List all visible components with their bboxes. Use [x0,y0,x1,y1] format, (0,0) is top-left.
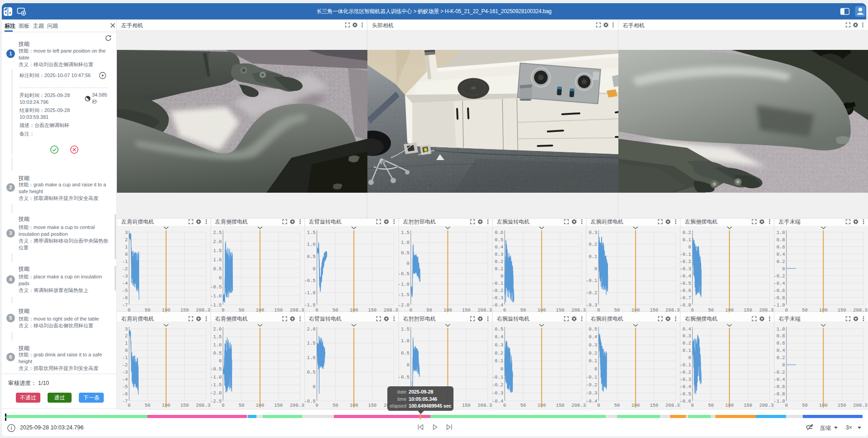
svg-text:0: 0 [503,403,506,408]
svg-text:50: 50 [708,307,714,313]
svg-text:1.5: 1.5 [213,248,222,253]
svg-text:150: 150 [180,403,189,408]
svg-text:1.5: 1.5 [401,230,410,235]
svg-text:右腕前摆电机: 右腕前摆电机 [590,316,623,322]
svg-text:-0.4: -0.4 [586,399,597,404]
svg-text:0.1: 0.1 [495,266,503,272]
svg-text:-0.3: -0.3 [586,390,597,396]
svg-text:-0.4: -0.4 [774,377,785,382]
svg-text:0.4: 0.4 [588,334,597,340]
svg-text:0.4: 0.4 [776,348,785,353]
svg-text:208.3: 208.3 [196,307,210,313]
svg-text:0.3: 0.3 [495,252,503,257]
svg-text:0.2: 0.2 [495,259,503,264]
svg-text:208.3: 208.3 [759,307,774,313]
svg-text:0: 0 [315,403,318,408]
svg-text:1.0: 1.0 [401,240,410,245]
svg-text:-0.5: -0.5 [304,399,315,404]
svg-text:150: 150 [650,307,658,313]
svg-text:-0.3: -0.3 [586,302,597,308]
svg-text:50: 50 [333,403,338,408]
svg-text:右腕侧摆电机: 右腕侧摆电机 [685,316,718,322]
svg-text:0: 0 [597,403,600,408]
svg-text:右手末端: 右手末端 [778,316,800,322]
svg-text:-6: -6 [122,295,128,301]
svg-text:-0.4: -0.4 [680,384,691,389]
svg-text:1.0: 1.0 [776,326,785,332]
svg-text:150: 150 [368,403,376,408]
svg-text:208.3: 208.3 [571,403,586,408]
svg-text:50: 50 [426,307,432,313]
svg-text:-0.1: -0.1 [492,281,503,286]
svg-text:0.3: 0.3 [683,333,691,339]
svg-text:-0.6: -0.6 [774,384,785,389]
svg-text:0.3: 0.3 [495,342,503,348]
svg-text:0.1: 0.1 [683,237,691,243]
svg-text:3: 3 [125,326,128,332]
svg-text:150: 150 [274,307,283,313]
svg-text:0.2: 0.2 [776,355,785,360]
svg-text:0.1: 0.1 [683,348,691,353]
svg-text:0.5: 0.5 [307,254,316,259]
svg-text:50: 50 [614,307,620,313]
svg-text:208.3: 208.3 [477,307,492,313]
svg-text:1.0: 1.0 [213,257,222,263]
svg-text:-0.2: -0.2 [680,259,691,264]
svg-text:0: 0 [128,403,130,408]
svg-text:-0.5: -0.5 [398,375,410,380]
svg-text:50: 50 [520,403,526,408]
svg-text:150: 150 [274,403,283,408]
svg-text:0: 0 [315,307,318,313]
svg-text:-0.7: -0.7 [680,295,691,301]
svg-text:-0.6: -0.6 [680,399,691,404]
svg-text:-0.3: -0.3 [680,266,691,272]
svg-text:0: 0 [691,307,694,313]
svg-text:-0.5: -0.5 [304,278,315,283]
svg-text:0: 0 [125,252,128,257]
svg-text:208.3: 208.3 [759,403,774,408]
svg-text:0.1: 0.1 [588,254,597,259]
svg-text:-2.0: -2.0 [398,302,410,308]
svg-text:-0.6: -0.6 [774,288,785,293]
svg-text:0.4: 0.4 [683,326,691,332]
svg-text:-0.3: -0.3 [492,390,503,396]
svg-text:-6: -6 [122,391,128,397]
svg-text:0.4: 0.4 [495,244,503,250]
svg-text:-0.1: -0.1 [586,375,597,380]
svg-text:-1.5: -1.5 [304,302,315,308]
svg-text:-1.0: -1.0 [398,282,410,287]
svg-text:1.5: 1.5 [401,326,410,332]
svg-text:150: 150 [743,403,752,408]
svg-text:-0.8: -0.8 [774,391,785,397]
svg-text:0: 0 [219,358,222,364]
svg-text:0.2: 0.2 [683,341,691,346]
svg-text:-2.0: -2.0 [210,390,222,396]
svg-text:左肩前摆电机: 左肩前摆电机 [121,219,154,225]
svg-text:0.3: 0.3 [588,342,597,348]
svg-text:208.3: 208.3 [290,403,304,408]
svg-text:-0.1: -0.1 [680,362,691,368]
svg-text:-3: -3 [122,370,128,375]
svg-text:-5: -5 [122,384,128,389]
svg-text:0.4: 0.4 [495,334,503,340]
svg-text:1.0: 1.0 [776,230,785,235]
svg-text:-0.2: -0.2 [492,288,503,293]
svg-text:-0.6: -0.6 [680,288,691,293]
svg-text:左臂旋转电机: 左臂旋转电机 [309,219,342,225]
svg-text:0: 0 [688,355,691,360]
svg-text:-0.5: -0.5 [210,366,222,372]
svg-text:208.3: 208.3 [853,403,868,408]
svg-text:0.2: 0.2 [495,350,503,356]
svg-text:0: 0 [503,307,506,313]
svg-text:-0.2: -0.2 [586,290,597,296]
svg-text:0.6: 0.6 [776,244,785,250]
svg-text:-0.4: -0.4 [680,273,691,279]
svg-text:0.8: 0.8 [776,237,785,243]
svg-text:150: 150 [838,403,846,408]
svg-text:50: 50 [333,307,338,313]
svg-text:0: 0 [313,384,315,389]
svg-text:150: 150 [743,307,752,313]
svg-text:0.3: 0.3 [588,230,597,235]
svg-text:2.5: 2.5 [213,230,222,235]
svg-text:-0.2: -0.2 [774,370,785,375]
